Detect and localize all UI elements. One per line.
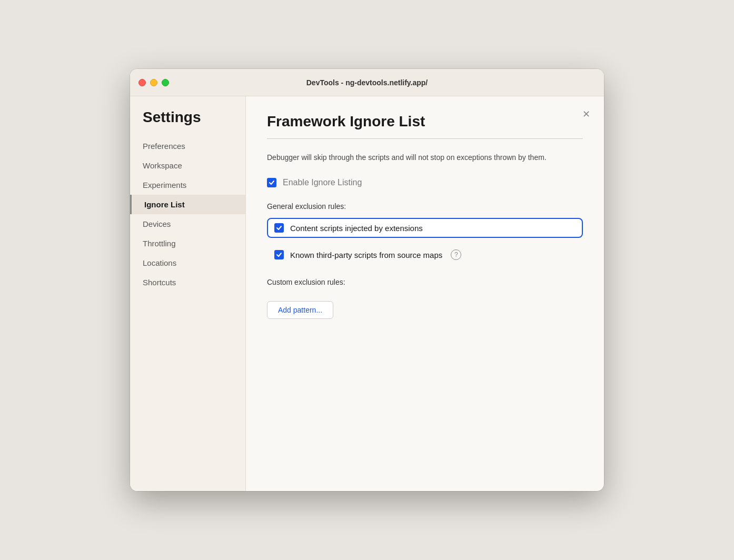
custom-section-label: Custom exclusion rules: — [267, 278, 583, 286]
sidebar-item-shortcuts[interactable]: Shortcuts — [130, 273, 245, 292]
content-scripts-checkbox[interactable] — [274, 223, 284, 233]
maximize-traffic-light[interactable] — [162, 79, 169, 86]
sidebar-item-locations[interactable]: Locations — [130, 253, 245, 273]
window-title: DevTools - ng-devtools.netlify.app/ — [306, 78, 428, 87]
general-exclusion-section: General exclusion rules: Content scripts… — [267, 202, 583, 265]
divider — [267, 138, 583, 139]
description-text: Debugger will skip through the scripts a… — [267, 152, 562, 163]
window-body: Settings Preferences Workspace Experimen… — [130, 96, 604, 491]
enable-ignore-listing-label: Enable Ignore Listing — [283, 178, 362, 187]
custom-exclusion-section: Custom exclusion rules: Add pattern... — [267, 278, 583, 319]
devtools-window: DevTools - ng-devtools.netlify.app/ Sett… — [130, 69, 604, 491]
traffic-lights — [138, 79, 169, 86]
third-party-scripts-label: Known third-party scripts from source ma… — [290, 251, 442, 259]
close-button[interactable]: ✕ — [579, 107, 593, 122]
sidebar-item-ignore-list[interactable]: Ignore List — [130, 195, 245, 214]
content-scripts-label: Content scripts injected by extensions — [290, 224, 423, 233]
sidebar: Settings Preferences Workspace Experimen… — [130, 96, 246, 491]
close-traffic-light[interactable] — [138, 79, 146, 86]
sidebar-item-experiments[interactable]: Experiments — [130, 175, 245, 195]
sidebar-title: Settings — [130, 109, 245, 136]
sidebar-item-preferences[interactable]: Preferences — [130, 136, 245, 156]
sidebar-item-devices[interactable]: Devices — [130, 214, 245, 234]
titlebar: DevTools - ng-devtools.netlify.app/ — [130, 69, 604, 96]
add-pattern-button[interactable]: Add pattern... — [267, 301, 333, 319]
main-content: ✕ Framework Ignore List Debugger will sk… — [246, 96, 604, 491]
help-icon[interactable]: ? — [451, 249, 461, 260]
third-party-scripts-checkbox[interactable] — [274, 250, 284, 259]
minimize-traffic-light[interactable] — [150, 79, 157, 86]
third-party-scripts-row: Known third-party scripts from source ma… — [267, 244, 583, 265]
sidebar-item-throttling[interactable]: Throttling — [130, 234, 245, 253]
page-title: Framework Ignore List — [267, 113, 583, 130]
content-scripts-row: Content scripts injected by extensions — [267, 218, 583, 238]
general-section-label: General exclusion rules: — [267, 202, 583, 211]
sidebar-item-workspace[interactable]: Workspace — [130, 156, 245, 175]
enable-ignore-listing-row: Enable Ignore Listing — [267, 178, 583, 187]
enable-ignore-listing-checkbox[interactable] — [267, 178, 276, 187]
